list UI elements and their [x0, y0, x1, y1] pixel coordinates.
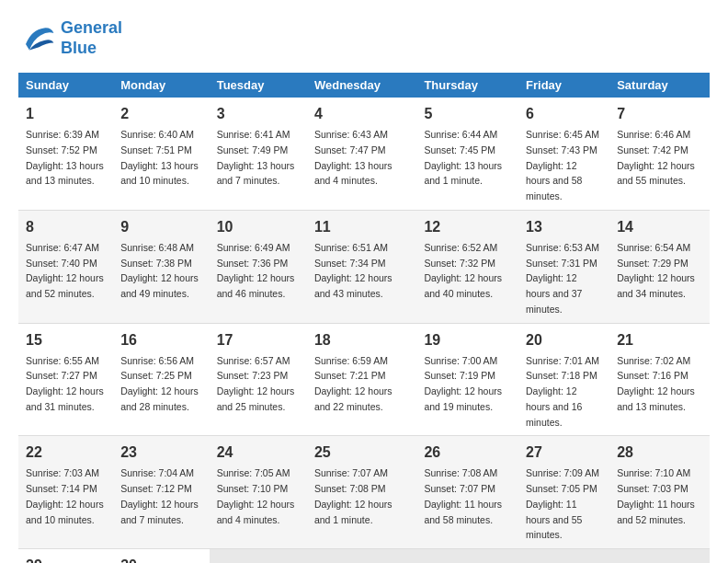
- daylight-info: Daylight: 12 hours and 1 minute.: [314, 499, 392, 525]
- sunrise-info: Sunrise: 6:59 AM: [314, 355, 388, 366]
- day-number: 17: [217, 329, 300, 351]
- weekday-header-sunday: Sunday: [18, 73, 113, 98]
- calendar-cell: 10 Sunrise: 6:49 AM Sunset: 7:36 PM Dayl…: [210, 210, 307, 323]
- calendar-cell: 11 Sunrise: 6:51 AM Sunset: 7:34 PM Dayl…: [307, 210, 416, 323]
- calendar-cell: 14 Sunrise: 6:54 AM Sunset: 7:29 PM Dayl…: [609, 210, 710, 323]
- sunset-info: Sunset: 7:05 PM: [526, 483, 597, 494]
- sunrise-info: Sunrise: 6:45 AM: [526, 129, 599, 140]
- calendar-cell: [609, 549, 710, 563]
- calendar-cell: 2 Sunrise: 6:40 AM Sunset: 7:51 PM Dayli…: [113, 98, 210, 210]
- week-row-1: 1 Sunrise: 6:39 AM Sunset: 7:52 PM Dayli…: [18, 98, 710, 210]
- daylight-info: Daylight: 12 hours and 16 minutes.: [526, 385, 582, 428]
- calendar-cell: 17 Sunrise: 6:57 AM Sunset: 7:23 PM Dayl…: [210, 323, 307, 436]
- daylight-info: Daylight: 13 hours and 13 minutes.: [26, 160, 104, 187]
- day-number: 28: [617, 442, 702, 464]
- daylight-info: Daylight: 11 hours and 52 minutes.: [617, 499, 695, 525]
- sunset-info: Sunset: 7:10 PM: [217, 483, 289, 494]
- calendar-cell: 6 Sunrise: 6:45 AM Sunset: 7:43 PM Dayli…: [518, 98, 609, 210]
- calendar-cell: 15 Sunrise: 6:55 AM Sunset: 7:27 PM Dayl…: [18, 323, 113, 436]
- sunrise-info: Sunrise: 6:44 AM: [424, 129, 497, 140]
- page-header: General Blue: [18, 18, 710, 58]
- sunset-info: Sunset: 7:34 PM: [314, 258, 386, 269]
- calendar-cell: 26 Sunrise: 7:08 AM Sunset: 7:07 PM Dayl…: [416, 436, 518, 549]
- calendar-cell: 18 Sunrise: 6:59 AM Sunset: 7:21 PM Dayl…: [307, 323, 416, 436]
- sunset-info: Sunset: 7:40 PM: [26, 258, 97, 269]
- sunset-info: Sunset: 7:14 PM: [26, 483, 97, 494]
- sunrise-info: Sunrise: 7:07 AM: [314, 467, 388, 478]
- sunrise-info: Sunrise: 6:48 AM: [120, 242, 194, 253]
- daylight-info: Daylight: 12 hours and 58 minutes.: [526, 160, 582, 202]
- daylight-info: Daylight: 12 hours and 49 minutes.: [120, 272, 199, 299]
- sunset-info: Sunset: 7:47 PM: [314, 144, 386, 155]
- daylight-info: Daylight: 11 hours and 58 minutes.: [424, 499, 502, 525]
- daylight-info: Daylight: 12 hours and 19 minutes.: [424, 385, 502, 412]
- daylight-info: Daylight: 12 hours and 52 minutes.: [26, 272, 104, 299]
- sunrise-info: Sunrise: 6:57 AM: [217, 355, 290, 366]
- calendar-cell: 12 Sunrise: 6:52 AM Sunset: 7:32 PM Dayl…: [416, 210, 518, 323]
- sunset-info: Sunset: 7:43 PM: [526, 144, 597, 155]
- week-row-2: 8 Sunrise: 6:47 AM Sunset: 7:40 PM Dayli…: [18, 210, 710, 323]
- calendar-cell: 7 Sunrise: 6:46 AM Sunset: 7:42 PM Dayli…: [609, 98, 710, 210]
- calendar-cell: 9 Sunrise: 6:48 AM Sunset: 7:38 PM Dayli…: [113, 210, 210, 323]
- week-row-4: 22 Sunrise: 7:03 AM Sunset: 7:14 PM Dayl…: [18, 436, 710, 549]
- calendar-cell: 19 Sunrise: 7:00 AM Sunset: 7:19 PM Dayl…: [416, 323, 518, 436]
- day-number: 5: [424, 103, 511, 125]
- calendar-cell: 27 Sunrise: 7:09 AM Sunset: 7:05 PM Dayl…: [518, 436, 609, 549]
- sunrise-info: Sunrise: 6:41 AM: [217, 129, 290, 140]
- calendar-cell: [210, 549, 307, 563]
- logo: General Blue: [18, 18, 122, 58]
- day-number: 7: [617, 103, 702, 125]
- calendar-cell: 28 Sunrise: 7:10 AM Sunset: 7:03 PM Dayl…: [609, 436, 710, 549]
- daylight-info: Daylight: 12 hours and 10 minutes.: [26, 499, 104, 525]
- weekday-header-monday: Monday: [113, 73, 210, 98]
- calendar-cell: 24 Sunrise: 7:05 AM Sunset: 7:10 PM Dayl…: [210, 436, 307, 549]
- day-number: 13: [526, 216, 602, 238]
- sunrise-info: Sunrise: 6:52 AM: [424, 242, 497, 253]
- day-number: 25: [314, 442, 409, 464]
- sunrise-info: Sunrise: 6:49 AM: [217, 242, 290, 253]
- week-row-3: 15 Sunrise: 6:55 AM Sunset: 7:27 PM Dayl…: [18, 323, 710, 436]
- day-number: 4: [314, 103, 409, 125]
- sunrise-info: Sunrise: 6:46 AM: [617, 129, 690, 140]
- day-number: 27: [526, 442, 602, 464]
- day-number: 1: [26, 103, 106, 125]
- calendar-cell: 3 Sunrise: 6:41 AM Sunset: 7:49 PM Dayli…: [210, 98, 307, 210]
- day-number: 29: [26, 555, 106, 563]
- calendar-cell: 5 Sunrise: 6:44 AM Sunset: 7:45 PM Dayli…: [416, 98, 518, 210]
- day-number: 15: [26, 329, 106, 351]
- day-number: 9: [120, 216, 202, 238]
- calendar-cell: 25 Sunrise: 7:07 AM Sunset: 7:08 PM Dayl…: [307, 436, 416, 549]
- day-number: 6: [526, 103, 602, 125]
- calendar-cell: 30 Sunrise: 7:12 AM Sunset: 6:59 PM Dayl…: [113, 549, 210, 563]
- sunrise-info: Sunrise: 6:51 AM: [314, 242, 388, 253]
- sunset-info: Sunset: 7:25 PM: [120, 370, 192, 381]
- daylight-info: Daylight: 13 hours and 1 minute.: [424, 160, 502, 187]
- sunset-info: Sunset: 7:38 PM: [120, 258, 192, 269]
- sunset-info: Sunset: 7:51 PM: [120, 144, 192, 155]
- sunset-info: Sunset: 7:32 PM: [424, 258, 495, 269]
- sunset-info: Sunset: 7:27 PM: [26, 370, 97, 381]
- sunrise-info: Sunrise: 6:40 AM: [120, 129, 194, 140]
- calendar-cell: 1 Sunrise: 6:39 AM Sunset: 7:52 PM Dayli…: [18, 98, 113, 210]
- daylight-info: Daylight: 12 hours and 31 minutes.: [26, 385, 104, 412]
- day-number: 14: [617, 216, 702, 238]
- day-number: 8: [26, 216, 106, 238]
- sunrise-info: Sunrise: 6:54 AM: [617, 242, 690, 253]
- daylight-info: Daylight: 13 hours and 4 minutes.: [314, 160, 392, 187]
- sunset-info: Sunset: 7:23 PM: [217, 370, 289, 381]
- sunset-info: Sunset: 7:19 PM: [424, 370, 495, 381]
- sunrise-info: Sunrise: 7:08 AM: [424, 467, 497, 478]
- sunset-info: Sunset: 7:07 PM: [424, 483, 495, 494]
- sunset-info: Sunset: 7:36 PM: [217, 258, 289, 269]
- daylight-info: Daylight: 11 hours and 55 minutes.: [526, 499, 582, 541]
- calendar-cell: [307, 549, 416, 563]
- day-number: 10: [217, 216, 300, 238]
- calendar-header: SundayMondayTuesdayWednesdayThursdayFrid…: [18, 73, 710, 98]
- daylight-info: Daylight: 12 hours and 28 minutes.: [120, 385, 199, 412]
- sunrise-info: Sunrise: 6:43 AM: [314, 129, 388, 140]
- sunrise-info: Sunrise: 7:10 AM: [617, 467, 690, 478]
- daylight-info: Daylight: 12 hours and 37 minutes.: [526, 272, 582, 315]
- sunrise-info: Sunrise: 7:02 AM: [617, 355, 690, 366]
- logo-text: General Blue: [61, 18, 122, 58]
- daylight-info: Daylight: 12 hours and 55 minutes.: [617, 160, 695, 187]
